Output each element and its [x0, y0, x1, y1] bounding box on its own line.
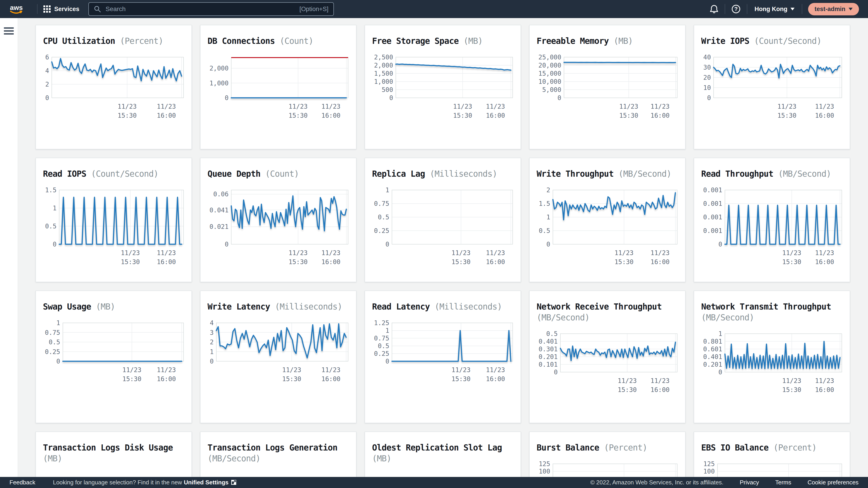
metric-title: CPU Utilization (Percent) [43, 36, 184, 46]
svg-text:15:30: 15:30 [289, 258, 308, 266]
metric-card[interactable]: Write Latency (Milliseconds)4321011/2315… [200, 291, 356, 423]
svg-text:25,000: 25,000 [538, 54, 561, 61]
svg-text:11/23: 11/23 [118, 103, 136, 110]
metric-card[interactable]: Network Transmit Throughput (MB/Second)1… [694, 291, 850, 423]
svg-text:1: 1 [718, 330, 722, 337]
svg-text:11/23: 11/23 [651, 103, 670, 110]
svg-text:15,000: 15,000 [538, 70, 561, 77]
region-selector[interactable]: Hong Kong [753, 5, 796, 13]
bell-icon [709, 4, 719, 14]
svg-text:11/23: 11/23 [282, 366, 301, 374]
metric-title: Write Throughput (MB/Second) [537, 168, 678, 180]
svg-text:15:30: 15:30 [777, 112, 796, 119]
svg-text:16:00: 16:00 [651, 112, 670, 119]
unified-settings-link[interactable]: Unified Settings [184, 479, 228, 486]
metric-card[interactable]: Free Storage Space (MB)2,5002,0001,5001,… [365, 25, 521, 149]
feedback-link[interactable]: Feedback [9, 479, 35, 486]
metric-card[interactable]: Network Receive Throughput (MB/Second)0.… [529, 291, 686, 423]
svg-text:2,000: 2,000 [210, 65, 228, 72]
svg-text:11/23: 11/23 [157, 249, 176, 257]
metric-title: Transaction Logs Generation (MB/Second) [208, 442, 349, 464]
svg-text:2,500: 2,500 [374, 54, 393, 61]
metric-card[interactable]: Swap Usage (MB)10.750.50.25011/2315:3011… [35, 291, 192, 423]
svg-text:0.401: 0.401 [539, 338, 558, 345]
svg-text:40: 40 [703, 54, 711, 61]
svg-text:11/23: 11/23 [321, 249, 340, 257]
svg-text:2: 2 [210, 338, 214, 346]
top-navbar: aws Services [Option+S] ? [0, 0, 868, 18]
metric-card[interactable]: CPU Utilization (Percent)642011/2315:301… [35, 25, 192, 149]
svg-text:11/23: 11/23 [651, 249, 670, 257]
svg-text:100: 100 [539, 468, 550, 475]
account-label: test-admin [814, 6, 845, 13]
svg-text:0.25: 0.25 [374, 350, 389, 357]
svg-text:11/23: 11/23 [157, 366, 176, 374]
svg-text:16:00: 16:00 [815, 258, 834, 266]
svg-text:11/23: 11/23 [815, 249, 834, 257]
svg-text:11/23: 11/23 [452, 249, 470, 257]
svg-text:11/23: 11/23 [815, 103, 834, 110]
metric-card[interactable]: Freeable Memory (MB)25,00020,00015,00010… [529, 25, 686, 149]
svg-text:16:00: 16:00 [815, 386, 834, 394]
search-input[interactable] [105, 5, 300, 13]
metric-chart: 10.750.50.25011/2315:3011/2316:00 [43, 322, 184, 386]
svg-text:500: 500 [381, 86, 393, 94]
svg-text:1: 1 [385, 186, 389, 194]
metric-card[interactable]: Queue Depth (Count)0.060.0410.021011/231… [200, 158, 356, 282]
services-button[interactable]: Services [43, 5, 79, 13]
metric-title: Burst Balance (Percent) [537, 442, 678, 453]
svg-text:aws: aws [10, 4, 23, 11]
svg-text:11/23: 11/23 [486, 366, 505, 374]
svg-text:15:30: 15:30 [618, 386, 637, 394]
svg-text:11/23: 11/23 [618, 377, 637, 385]
svg-text:15:30: 15:30 [453, 112, 472, 119]
svg-text:10,000: 10,000 [538, 78, 561, 86]
terms-link[interactable]: Terms [775, 479, 792, 486]
svg-text:15:30: 15:30 [122, 375, 141, 383]
svg-text:0.001: 0.001 [703, 227, 722, 234]
metric-card[interactable]: Read IOPS (Count/Second)1.510.5011/2315:… [35, 158, 192, 282]
metric-title: Network Receive Throughput (MB/Second) [537, 301, 678, 323]
aws-logo[interactable]: aws [9, 4, 25, 14]
svg-text:5,000: 5,000 [542, 86, 561, 94]
metric-card[interactable]: Read Throughput (MB/Second)0.0010.0010.0… [694, 158, 850, 282]
copyright-text: © 2022, Amazon Web Services, Inc. or its… [590, 479, 723, 486]
svg-text:16:00: 16:00 [651, 258, 670, 266]
svg-text:11/23: 11/23 [122, 366, 141, 374]
svg-text:16:00: 16:00 [157, 375, 176, 383]
menu-toggle-button[interactable] [2, 24, 15, 37]
search-box[interactable]: [Option+S] [88, 2, 334, 16]
svg-text:16:00: 16:00 [486, 258, 505, 266]
help-button[interactable]: ? [731, 4, 741, 14]
metric-card[interactable]: Read Latency (Milliseconds)1.2510.750.50… [365, 291, 521, 423]
metric-chart: 1.510.5011/2315:3011/2316:00 [43, 189, 184, 269]
svg-text:15:30: 15:30 [452, 258, 470, 266]
metric-title: Read Throughput (MB/Second) [701, 168, 843, 180]
svg-text:1,000: 1,000 [210, 79, 228, 87]
svg-text:0.001: 0.001 [703, 200, 722, 207]
svg-text:0.5: 0.5 [546, 330, 558, 337]
svg-text:20,000: 20,000 [538, 62, 561, 69]
navbar-divider [725, 4, 725, 14]
metric-card[interactable]: Write Throughput (MB/Second)21.510.5011/… [529, 158, 686, 282]
metric-card[interactable]: Write IOPS (Count/Second)40302010011/231… [694, 25, 850, 149]
hamburger-icon [4, 30, 14, 32]
svg-text:11/23: 11/23 [157, 103, 176, 110]
svg-text:11/23: 11/23 [782, 377, 801, 385]
notifications-button[interactable] [709, 4, 719, 14]
svg-text:11/23: 11/23 [453, 103, 472, 110]
caret-down-icon [790, 8, 795, 10]
svg-text:15:30: 15:30 [121, 258, 140, 266]
svg-text:1.25: 1.25 [374, 319, 389, 327]
privacy-link[interactable]: Privacy [740, 479, 759, 486]
metric-title: Queue Depth (Count) [208, 168, 349, 180]
svg-text:0: 0 [225, 240, 228, 248]
metric-title: Swap Usage (MB) [43, 301, 184, 312]
svg-text:16:00: 16:00 [486, 112, 505, 119]
account-menu[interactable]: test-admin [808, 3, 859, 15]
metric-card[interactable]: DB Connections (Count)2,0001,000011/2315… [200, 25, 356, 149]
cookie-preferences-link[interactable]: Cookie preferences [808, 479, 859, 486]
svg-text:11/23: 11/23 [651, 377, 670, 385]
metric-chart: 642011/2315:3011/2316:00 [43, 57, 184, 123]
metric-card[interactable]: Replica Lag (Milliseconds)10.750.50.2501… [365, 158, 521, 282]
